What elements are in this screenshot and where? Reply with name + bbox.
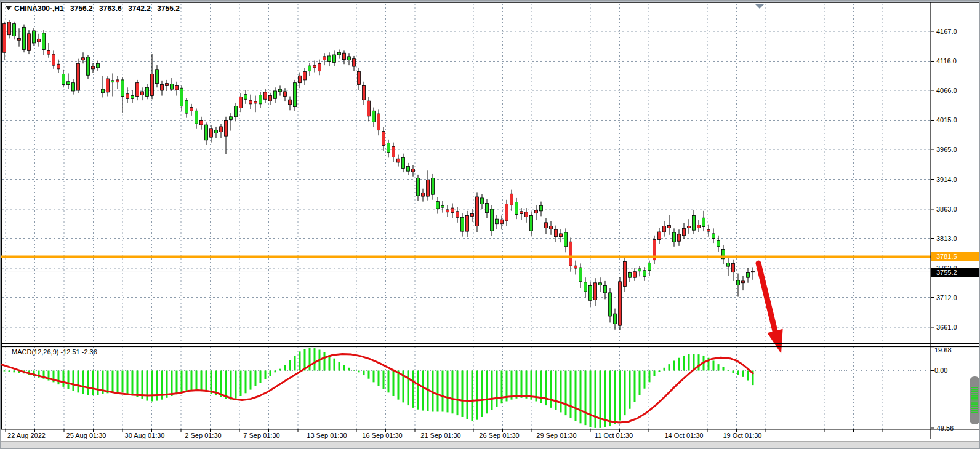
time-axis-label: 25 Aug 01:30 xyxy=(66,432,106,439)
price-axis-label: 3712.0 xyxy=(936,294,957,301)
candle-bearish xyxy=(471,214,474,217)
macd-histogram-bar xyxy=(235,371,237,399)
macd-histogram-bar xyxy=(156,371,158,401)
chart-title: CHINA300-,H1 3756.2 3763.6 3742.2 3755.2 xyxy=(14,4,180,13)
macd-histogram-bar xyxy=(270,371,271,376)
candle-bearish xyxy=(574,266,577,268)
window-bottom-edge xyxy=(1,441,980,449)
macd-histogram-bar xyxy=(713,360,715,370)
candle-bearish xyxy=(269,96,272,101)
candle-bearish xyxy=(594,283,597,300)
scroll-capsule-stripe xyxy=(971,408,978,409)
candle-bearish xyxy=(289,100,292,105)
macd-histogram-bar xyxy=(698,354,700,370)
macd-histogram-bar xyxy=(481,371,483,417)
macd-histogram-bar xyxy=(457,371,459,416)
candle-bullish xyxy=(348,57,351,60)
macd-histogram-bar xyxy=(442,371,444,412)
macd-histogram-bar xyxy=(659,371,661,372)
macd-histogram-bar xyxy=(363,371,365,376)
scroll-capsule-stripe xyxy=(971,412,978,413)
macd-histogram-bar xyxy=(629,371,631,409)
ohlc-open: 3756.2 xyxy=(70,4,93,13)
macd-histogram-bar xyxy=(279,369,281,371)
candle-bullish xyxy=(638,269,641,271)
candle-bearish xyxy=(166,84,169,86)
candle-bearish xyxy=(52,54,55,65)
candle-bearish xyxy=(116,80,119,82)
orange-hline-price-tag: 3781.5 xyxy=(931,252,979,261)
candle-bearish xyxy=(560,234,563,237)
candle-bearish xyxy=(220,127,223,132)
price-axis-label: 3965.0 xyxy=(936,146,957,153)
macd-histogram-bar xyxy=(82,371,84,394)
macd-histogram-bar xyxy=(462,371,464,417)
macd-histogram-bar xyxy=(683,356,685,371)
candle-bullish xyxy=(599,283,602,285)
candle-bearish xyxy=(141,92,144,95)
scroll-capsule-stripe xyxy=(971,406,978,407)
candle-bullish xyxy=(308,66,311,71)
macd-histogram-bar xyxy=(255,371,257,386)
macd-histogram-bar xyxy=(348,368,350,371)
candle-bullish xyxy=(461,217,464,231)
macd-histogram-bar xyxy=(742,371,744,377)
candle-bearish xyxy=(451,208,454,213)
macd-histogram-bar xyxy=(151,371,153,402)
candle-bullish xyxy=(235,106,238,117)
candle-bullish xyxy=(156,70,159,84)
candle-bearish xyxy=(707,229,710,231)
candle-bearish xyxy=(624,262,627,287)
arrow-head-icon[interactable] xyxy=(767,329,782,354)
candle-bullish xyxy=(244,95,247,100)
scroll-capsule-stripe xyxy=(971,391,978,392)
candle-bearish xyxy=(663,226,666,232)
macd-histogram-bar xyxy=(393,371,395,397)
candle-bullish xyxy=(486,203,489,212)
price-axis-label: 3914.0 xyxy=(936,176,957,183)
macd-histogram-bar xyxy=(378,371,380,386)
panel-separator-bottom[interactable] xyxy=(1,346,980,348)
candle-bearish xyxy=(8,22,11,35)
chart-canvas[interactable] xyxy=(1,1,980,449)
chart-shift-marker-icon[interactable] xyxy=(755,4,765,9)
macd-histogram-bar xyxy=(196,371,198,391)
ohlc-low: 3742.2 xyxy=(128,4,151,13)
macd-histogram-bar xyxy=(467,371,468,419)
scroll-capsule-stripe xyxy=(971,402,978,403)
panel-separator-top[interactable] xyxy=(1,343,980,344)
candle-bullish xyxy=(530,215,533,231)
macd-histogram-bar xyxy=(358,371,360,373)
macd-histogram-bar xyxy=(531,371,532,400)
scroll-capsule-stripe xyxy=(971,387,978,388)
macd-histogram-bar xyxy=(580,371,582,424)
macd-histogram-bar xyxy=(501,371,503,404)
symbol-dropdown-icon[interactable] xyxy=(6,6,12,10)
macd-histogram-bar xyxy=(299,351,301,370)
macd-histogram-bar xyxy=(92,371,94,396)
macd-histogram-bar xyxy=(112,371,114,393)
candle-bearish xyxy=(535,210,538,213)
price-axis-label: 3813.0 xyxy=(936,235,957,242)
candle-bearish xyxy=(92,66,95,69)
candle-bearish xyxy=(126,94,129,99)
candle-bullish xyxy=(372,111,376,122)
window-top-edge xyxy=(1,1,980,2)
price-axis-label: 4015.0 xyxy=(936,116,957,124)
candle-bearish xyxy=(175,85,179,90)
arrow-shaft[interactable] xyxy=(758,263,775,331)
candle-bearish xyxy=(500,220,504,224)
macd-histogram-bar xyxy=(422,371,424,411)
macd-histogram-bar xyxy=(664,368,665,371)
macd-histogram-bar xyxy=(678,358,680,371)
ohlc-close: 3755.2 xyxy=(157,4,180,13)
candle-bullish xyxy=(131,96,134,99)
candle-bullish xyxy=(648,263,651,270)
candle-bearish xyxy=(688,226,691,228)
candle-bullish xyxy=(23,27,26,49)
candle-bearish xyxy=(353,59,356,66)
candle-bullish xyxy=(481,198,484,204)
candle-bearish xyxy=(151,74,154,95)
candle-bearish xyxy=(525,212,528,217)
scroll-capsule-stripe xyxy=(971,403,978,405)
